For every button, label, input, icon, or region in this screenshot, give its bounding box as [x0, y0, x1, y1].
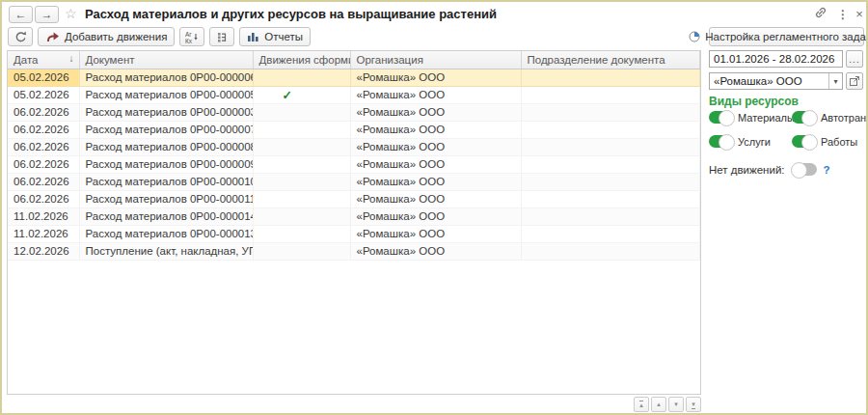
cell-organization[interactable]: «Ромашка» ООО [350, 173, 521, 190]
organization-select[interactable]: «Ромашка» ООО ▾ [709, 72, 843, 90]
go-first-button[interactable]: ▴ [634, 397, 649, 412]
cell-date[interactable]: 06.02.2026 [8, 173, 79, 190]
column-header-date[interactable]: Дата ↓ [8, 51, 79, 69]
reports-button[interactable]: Отчеты [239, 27, 311, 46]
structure-button[interactable] [209, 27, 234, 46]
no-movements-toggle[interactable] [792, 163, 817, 176]
sort-letters-button[interactable]: Аг Кх [179, 27, 204, 46]
favorite-star-icon[interactable]: ☆ [65, 6, 77, 21]
cell-document[interactable]: Расход материалов 0Р00-000005 от 05.02..… [79, 86, 253, 103]
cell-date[interactable]: 06.02.2026 [8, 190, 79, 208]
toggle-switch[interactable] [709, 111, 734, 124]
table-row[interactable]: 06.02.2026 Расход материалов 0Р00-000007… [8, 121, 700, 138]
cell-department[interactable] [521, 138, 700, 155]
cell-organization[interactable]: «Ромашка» ООО [350, 103, 521, 121]
cell-organization[interactable]: «Ромашка» ООО [350, 155, 521, 173]
cell-department[interactable] [521, 121, 700, 138]
table-row[interactable]: 11.02.2026 Расход материалов 0Р00-000014… [8, 208, 700, 225]
table-row[interactable]: 06.02.2026 Расход материалов 0Р00-000011… [8, 190, 700, 208]
cell-organization[interactable]: «Ромашка» ООО [350, 121, 521, 138]
more-menu-icon[interactable]: ⋮ [837, 8, 849, 21]
cell-movements-formed[interactable] [253, 103, 350, 121]
scheduled-job-settings-button[interactable]: Настройка регламентного задания [709, 27, 864, 46]
toggle-switch[interactable] [792, 135, 817, 148]
cell-document[interactable]: Расход материалов 0Р00-000013 от 11.02..… [79, 225, 253, 242]
go-next-button[interactable]: ▾ [668, 397, 684, 412]
cell-date[interactable]: 05.02.2026 [8, 69, 79, 86]
cell-department[interactable] [521, 208, 700, 225]
cell-organization[interactable]: «Ромашка» ООО [350, 138, 521, 155]
cell-movements-formed[interactable] [253, 121, 350, 138]
table-row[interactable]: 06.02.2026 Расход материалов 0Р00-000009… [8, 155, 700, 173]
cell-movements-formed[interactable]: ✓ [253, 86, 350, 103]
column-header-movements[interactable]: Движения сформированы [253, 51, 350, 69]
cell-department[interactable] [521, 225, 700, 242]
organization-open-button[interactable] [846, 72, 863, 90]
toggle-switch[interactable] [709, 135, 734, 148]
cell-document[interactable]: Расход материалов 0Р00-000008 от 06.02..… [79, 138, 253, 155]
help-icon[interactable]: ? [824, 164, 830, 176]
column-header-organization[interactable]: Организация [350, 51, 521, 69]
close-icon[interactable]: × [853, 7, 866, 21]
period-picker-button[interactable]: ... [846, 50, 863, 68]
column-header-department[interactable]: Подразделение документа [521, 51, 700, 69]
table-row[interactable]: 12.02.2026 Поступление (акт, накладная, … [8, 242, 700, 260]
get-link-icon[interactable] [814, 6, 829, 19]
cell-movements-formed[interactable] [253, 138, 350, 155]
resource-toggle[interactable]: Автотранспорт [792, 111, 868, 124]
cell-organization[interactable]: «Ромашка» ООО [350, 225, 521, 242]
table-row[interactable]: 05.02.2026 Расход материалов 0Р00-000006… [8, 69, 700, 86]
cell-document[interactable]: Расход материалов 0Р00-000010 от 06.02..… [79, 173, 253, 190]
chevron-down-icon[interactable]: ▾ [828, 73, 842, 89]
cell-date[interactable]: 05.02.2026 [8, 86, 79, 103]
cell-document[interactable]: Расход материалов 0Р00-000007 от 06.02..… [79, 121, 253, 138]
resource-toggle[interactable]: Услуги [709, 135, 792, 148]
cell-organization[interactable]: «Ромашка» ООО [350, 86, 521, 103]
table-row[interactable]: 06.02.2026 Расход материалов 0Р00-000010… [8, 173, 700, 190]
toggle-switch[interactable] [792, 111, 817, 124]
table-row[interactable]: 05.02.2026 Расход материалов 0Р00-000005… [8, 86, 700, 103]
cell-date[interactable]: 11.02.2026 [8, 208, 79, 225]
cell-movements-formed[interactable] [253, 69, 350, 86]
cell-department[interactable] [521, 190, 700, 208]
cell-movements-formed[interactable] [253, 190, 350, 208]
forward-button[interactable]: → [35, 6, 59, 23]
cell-department[interactable] [521, 173, 700, 190]
period-input[interactable]: 01.01.2026 - 28.02.2026 [709, 50, 843, 68]
cell-movements-formed[interactable] [253, 173, 350, 190]
cell-department[interactable] [521, 242, 700, 260]
go-last-button[interactable]: ▾ [686, 397, 701, 412]
cell-date[interactable]: 11.02.2026 [8, 225, 79, 242]
cell-organization[interactable]: «Ромашка» ООО [350, 242, 521, 260]
table-row[interactable]: 06.02.2026 Расход материалов 0Р00-000003… [8, 103, 700, 121]
cell-movements-formed[interactable] [253, 208, 350, 225]
cell-date[interactable]: 06.02.2026 [8, 138, 79, 155]
resource-toggle[interactable]: Работы [792, 135, 868, 148]
cell-document[interactable]: Поступление (акт, накладная, УПД) 0Р00-.… [79, 242, 253, 260]
table-row[interactable]: 06.02.2026 Расход материалов 0Р00-000008… [8, 138, 700, 155]
cell-department[interactable] [521, 69, 700, 86]
cell-department[interactable] [521, 86, 700, 103]
table-row[interactable]: 11.02.2026 Расход материалов 0Р00-000013… [8, 225, 700, 242]
cell-movements-formed[interactable] [253, 155, 350, 173]
cell-date[interactable]: 06.02.2026 [8, 155, 79, 173]
refresh-button[interactable] [8, 27, 33, 46]
go-previous-button[interactable]: ▴ [651, 397, 666, 412]
column-header-document[interactable]: Документ [79, 51, 253, 69]
cell-organization[interactable]: «Ромашка» ООО [350, 208, 521, 225]
cell-department[interactable] [521, 103, 700, 121]
cell-document[interactable]: Расход материалов 0Р00-000006 от 05.02..… [79, 69, 253, 86]
cell-document[interactable]: Расход материалов 0Р00-000014 от 11.02..… [79, 208, 253, 225]
back-button[interactable]: ← [9, 6, 33, 23]
add-movements-button[interactable]: Добавить движения [38, 27, 175, 46]
cell-document[interactable]: Расход материалов 0Р00-000003 от 06.02..… [79, 103, 253, 121]
cell-date[interactable]: 12.02.2026 [8, 242, 79, 260]
cell-movements-formed[interactable] [253, 242, 350, 260]
cell-department[interactable] [521, 155, 700, 173]
cell-date[interactable]: 06.02.2026 [8, 103, 79, 121]
resource-toggle[interactable]: Материалы [709, 111, 792, 124]
cell-date[interactable]: 06.02.2026 [8, 121, 79, 138]
cell-document[interactable]: Расход материалов 0Р00-000011 от 06.02..… [79, 190, 253, 208]
cell-movements-formed[interactable] [253, 225, 350, 242]
cell-organization[interactable]: «Ромашка» ООО [350, 190, 521, 208]
